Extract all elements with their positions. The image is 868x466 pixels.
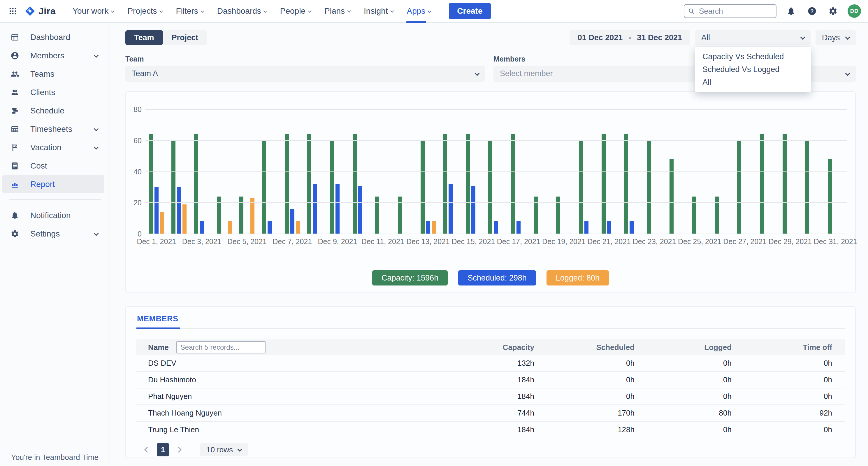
capacity-bar [715,197,719,234]
capacity-bar [534,197,538,234]
create-button[interactable]: Create [449,3,491,19]
nav-item-insight[interactable]: Insight [364,0,394,23]
report-type-select[interactable]: All [695,30,811,45]
current-page-button[interactable]: 1 [157,443,169,456]
legend-logged-button[interactable]: Logged: 80h [547,270,609,286]
x-axis-label: Dec 13, 2021 [406,237,450,246]
sidebar-bottom: NotificationSettings [0,206,110,243]
search-icon [688,7,695,14]
sidebar-item-teams[interactable]: Teams [2,65,104,83]
y-axis-label: 0 [126,230,142,238]
previous-page-button[interactable] [142,444,152,456]
unit-select[interactable]: Days [815,30,856,45]
cell-name: DS DEV [136,359,438,368]
team-field-label: Team [125,55,485,63]
column-header-logged[interactable]: Logged [634,343,732,352]
tab-members[interactable]: MEMBERS [136,314,180,329]
sidebar-item-timesheets[interactable]: Timesheets [2,120,104,138]
scheduled-bar [471,186,475,234]
sidebar: DashboardMembersTeamsClientsScheduleTime… [0,23,110,466]
avatar[interactable]: DD [847,4,861,18]
column-header-scheduled[interactable]: Scheduled [534,343,634,352]
column-header-capacity[interactable]: Capacity [438,343,534,352]
settings-gear-icon[interactable] [827,5,839,18]
sidebar-item-label: Dashboard [30,33,70,42]
x-axis-label: Dec 17, 2021 [497,237,540,246]
view-toggle-project[interactable]: Project [163,30,207,45]
nav-item-your-work[interactable]: Your work [72,0,114,23]
table-row: DS DEV132h0h0h0h [136,355,845,372]
nav-item-dashboards[interactable]: Dashboards [217,0,267,23]
sidebar-item-label: Members [30,51,64,60]
sidebar-item-clients[interactable]: Clients [2,83,104,101]
members-select-placeholder: Select member [500,69,553,78]
capacity-bar [556,197,560,234]
legend-capacity-button[interactable]: Capacity: 1596h [372,270,448,286]
scheduled-bar [177,187,181,234]
sidebar-item-report[interactable]: Report [2,175,104,193]
chevron-down-icon [238,447,242,452]
dropdown-option-scheduled-vs-logged[interactable]: Scheduled Vs Logged [695,63,811,76]
legend-scheduled-button[interactable]: Scheduled: 298h [458,270,536,286]
cell-scheduled: 170h [534,409,634,417]
cell-time-off: 92h [732,409,832,417]
dropdown-option-all[interactable]: All [695,76,811,89]
jira-logo[interactable]: Jira [25,5,56,17]
capacity-bar [805,141,809,234]
chevron-down-icon [800,35,805,40]
scheduled-bar [200,221,204,234]
sidebar-footer-text: You're in Teamboard Time [0,453,110,462]
column-header-time-off[interactable]: Time off [732,343,832,352]
notification-bell-icon[interactable] [785,5,798,18]
cell-name: Phat Nguyen [136,392,438,401]
logged-bar [432,221,436,234]
help-icon[interactable]: ? [806,5,818,18]
sidebar-item-vacation[interactable]: Vacation [2,138,104,156]
app-window: Jira Your workProjectsFiltersDashboardsP… [0,0,868,466]
members-icon [10,51,20,61]
clients-icon [10,87,20,97]
next-page-button[interactable] [174,444,184,456]
table-header-row: Name CapacityScheduledLoggedTime off [136,340,845,355]
nav-item-apps[interactable]: Apps [407,0,431,23]
x-axis-label: Dec 31, 2021 [814,237,857,246]
rows-per-page-select[interactable]: 10 rows [200,443,248,456]
sidebar-item-schedule[interactable]: Schedule [2,101,104,120]
chevron-down-icon [94,145,99,150]
cell-logged: 0h [634,392,732,401]
capacity-bar [624,134,628,234]
sidebar-item-settings[interactable]: Settings [2,225,104,243]
sidebar-item-members[interactable]: Members [2,47,104,65]
capacity-bar [511,134,515,234]
nav-item-filters[interactable]: Filters [176,0,204,23]
capacity-bar [398,197,402,234]
sidebar-item-label: Teams [30,69,54,79]
chevron-down-icon [159,9,163,12]
nav-item-plans[interactable]: Plans [324,0,350,23]
app-switcher-icon[interactable] [7,5,19,17]
nav-item-label: Your work [72,6,108,16]
y-axis-label: 40 [126,167,142,176]
table-body: DS DEV132h0h0h0hDu Hashimoto184h0h0h0hPh… [136,355,845,438]
x-axis-label: Dec 3, 2021 [182,237,221,246]
table-row: Thach Hoang Nguyen744h170h80h92h [136,405,845,422]
team-select[interactable]: Team A [125,66,485,82]
nav-item-people[interactable]: People [280,0,311,23]
dropdown-option-capacity-vs-scheduled[interactable]: Capacity Vs Scheduled [695,50,811,63]
chart-legend: Capacity: 1596hScheduled: 298hLogged: 80… [126,270,855,286]
cell-name: Thach Hoang Nguyen [136,409,438,417]
capacity-bar [307,134,311,234]
capacity-bar [172,141,176,234]
search-input[interactable] [684,4,776,18]
main-content: TeamProject 01 Dec 2021 - 31 Dec 2021 Al… [111,23,868,466]
sidebar-item-dashboard[interactable]: Dashboard [2,28,104,47]
x-axis-labels: Dec 1, 2021Dec 3, 2021Dec 5, 2021Dec 7, … [145,237,847,248]
sidebar-item-cost[interactable]: Cost [2,156,104,175]
capacity-bar [194,134,198,234]
sidebar-item-notification[interactable]: Notification [2,206,104,225]
view-toggle-team[interactable]: Team [125,30,163,45]
date-range-picker[interactable]: 01 Dec 2021 - 31 Dec 2021 [569,30,690,45]
nav-item-projects[interactable]: Projects [127,0,162,23]
table-search-input[interactable] [176,341,266,353]
report-type-select-wrap: All Capacity Vs ScheduledScheduled Vs Lo… [695,30,811,45]
